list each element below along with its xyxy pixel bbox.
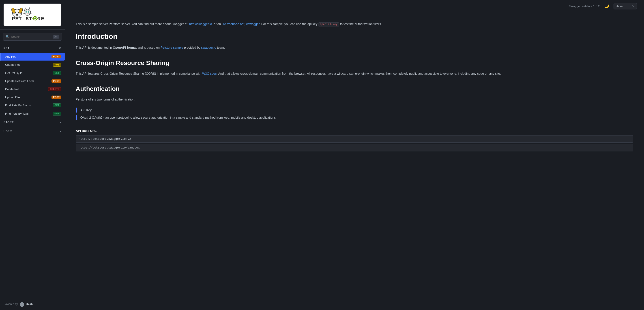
- api-key-note: . For this sample, you can use the api k…: [260, 22, 317, 26]
- provided-by-text: provided by: [184, 46, 200, 49]
- sidebar-item-get-pet-by-id-label: Get Pet By Id: [5, 71, 52, 75]
- sidebar-item-find-pets-by-tags[interactable]: Find Pets By Tags GET: [0, 109, 65, 118]
- nav-section-pet-header[interactable]: PET ∨: [0, 44, 65, 53]
- intro-body-prefix: This API is documented in: [76, 46, 112, 49]
- theme-toggle-button[interactable]: 🌙: [603, 3, 610, 10]
- logo-box: PET ST RE: [4, 4, 61, 26]
- api-base-url-1: https://petstore.swagger.io/v2: [76, 135, 633, 143]
- auth-oauth2-label: OAuth2 OAuth2 - an open protocol to allo…: [80, 115, 276, 120]
- liblab-circle-icon: ⬤: [20, 301, 24, 307]
- petstore-logo: PET ST RE: [8, 5, 57, 23]
- sidebar-item-find-pets-by-status[interactable]: Find Pets By Status GET: [0, 101, 65, 109]
- svg-text:PET: PET: [12, 16, 22, 21]
- api-base-url-section: API Base URL https://petstore.swagger.io…: [76, 129, 633, 151]
- auth-list: ▌ API Key ▌ OAuth2 OAuth2 - an open prot…: [76, 108, 633, 120]
- sidebar-item-update-pet-with-form[interactable]: Update Pet With Form POST: [0, 77, 65, 85]
- svg-text:RE: RE: [38, 16, 44, 21]
- auth-item-apikey: ▌ API Key: [76, 108, 633, 113]
- section-introduction: Introduction This API is documented in O…: [76, 32, 633, 51]
- w3c-spec-link[interactable]: W3C spec: [202, 72, 217, 75]
- auth-bullet-apikey: ▌: [76, 108, 78, 113]
- introduction-body: This API is documented in OpenAPI format…: [76, 45, 633, 51]
- nav-section-store: STORE ›: [0, 118, 65, 127]
- auth-bullet-oauth2: ▌: [76, 115, 78, 120]
- svg-point-5: [16, 14, 18, 15]
- cors-heading: Cross-Origin Resource Sharing: [76, 59, 633, 67]
- swagger-io-link[interactable]: http://swagger.io: [189, 22, 212, 26]
- update-pet-with-form-method-badge: POST: [52, 79, 61, 83]
- section-authentication: Authentication Petstore offers two forms…: [76, 85, 633, 120]
- nav-section-user-header[interactable]: USER ›: [0, 127, 65, 136]
- sidebar-item-update-pet-label: Update Pet: [5, 63, 53, 66]
- svg-point-3: [15, 12, 16, 14]
- irc-freenode-link[interactable]: irc.freenode.net, #swagger: [222, 22, 260, 26]
- chevron-down-icon: ∨: [59, 46, 61, 50]
- nav-section-pet: PET ∨ Add Pet POST Update Pet PUT Get Pe…: [0, 44, 65, 118]
- team-text: team.: [217, 46, 225, 49]
- sidebar-item-delete-pet-label: Delete Pet: [5, 87, 48, 91]
- chevron-right-icon-user: ›: [60, 129, 61, 133]
- svg-marker-8: [28, 8, 30, 10]
- svg-rect-20: [35, 16, 36, 17]
- auth-apikey-label: API Key: [80, 108, 92, 113]
- intro-body-middle: and is based on: [138, 46, 160, 49]
- introduction-heading: Introduction: [76, 32, 633, 41]
- nav-section-store-header[interactable]: STORE ›: [0, 118, 65, 127]
- liblab-logo: ⬤ liblab: [20, 301, 32, 307]
- svg-point-9: [25, 11, 27, 13]
- upload-file-method-badge: POST: [52, 96, 61, 99]
- delete-pet-method-badge: DELETE: [48, 87, 61, 91]
- authentication-intro: Petstore offers two forms of authenticat…: [76, 97, 633, 102]
- search-shortcut: ⌘K: [53, 35, 59, 39]
- language-selector-wrapper: Java Python JavaScript TypeScript Go C#: [614, 3, 637, 10]
- svg-point-10: [28, 11, 29, 13]
- sidebar-item-add-pet[interactable]: Add Pet POST: [0, 53, 65, 61]
- intro-or-on: or on: [214, 22, 221, 26]
- sidebar-item-find-pets-by-tags-label: Find Pets By Tags: [5, 112, 52, 115]
- svg-rect-21: [35, 20, 36, 21]
- petstore-sample-link[interactable]: Petstore sample: [160, 46, 183, 49]
- version-label: Swagger Petstore 1.0.2: [569, 5, 600, 8]
- language-select[interactable]: Java Python JavaScript TypeScript Go C#: [614, 3, 637, 10]
- content-area: This is a sample server Petstore server.…: [76, 7, 633, 151]
- sidebar: PET ST RE 🔍 ⌘K PET ∨: [0, 0, 65, 310]
- sidebar-item-update-pet[interactable]: Update Pet PUT: [0, 61, 65, 69]
- sidebar-item-delete-pet[interactable]: Delete Pet DELETE: [0, 85, 65, 93]
- sidebar-item-upload-file[interactable]: Upload File POST: [0, 93, 65, 101]
- search-icon: 🔍: [6, 35, 10, 39]
- authentication-heading: Authentication: [76, 85, 633, 92]
- api-base-url-2: https://petstore.swagger.io/sandbox: [76, 144, 633, 151]
- sidebar-footer: Powered by ⬤ liblab: [0, 298, 65, 310]
- find-pets-by-tags-method-badge: GET: [52, 112, 61, 115]
- add-pet-method-badge: POST: [52, 55, 61, 58]
- api-base-label: API Base URL: [76, 129, 633, 132]
- svg-point-4: [18, 12, 19, 14]
- svg-point-19: [34, 18, 36, 19]
- svg-rect-22: [32, 18, 33, 19]
- search-input[interactable]: [11, 35, 51, 38]
- nav-section-pet-items: Add Pet POST Update Pet PUT Get Pet By I…: [0, 53, 65, 118]
- openapi-format-bold: OpenAPI format: [113, 46, 137, 49]
- nav-section-user-label: USER: [4, 130, 12, 133]
- auth-item-oauth2: ▌ OAuth2 OAuth2 - an open protocol to al…: [76, 115, 633, 120]
- svg-marker-7: [24, 8, 27, 10]
- cors-body: This API features Cross-Origin Resource …: [76, 71, 633, 76]
- main-content: This is a sample server Petstore server.…: [65, 0, 644, 310]
- top-bar: Swagger Petstore 1.0.2 🌙 Java Python Jav…: [65, 0, 644, 12]
- sidebar-item-add-pet-label: Add Pet: [5, 55, 52, 58]
- get-pet-method-badge: GET: [52, 71, 61, 75]
- nav-section-pet-label: PET: [4, 47, 10, 50]
- powered-by-text: Powered by: [4, 302, 18, 306]
- sidebar-item-get-pet-by-id[interactable]: Get Pet By Id GET: [0, 69, 65, 77]
- search-bar[interactable]: 🔍 ⌘K: [3, 33, 62, 41]
- cors-body-text: This API features Cross-Origin Resource …: [76, 72, 201, 75]
- section-cors: Cross-Origin Resource Sharing This API f…: [76, 59, 633, 76]
- cors-body2-text: . And that allows cross-domain communica…: [216, 72, 501, 75]
- swagger-io-intro-link[interactable]: swagger.io: [201, 46, 216, 49]
- filter-note: to test the authorization filters.: [340, 22, 382, 26]
- nav-section-store-label: STORE: [4, 121, 14, 124]
- nav-section-user: USER ›: [0, 127, 65, 136]
- sidebar-item-upload-file-label: Upload File: [5, 96, 52, 99]
- liblab-brand-name: liblab: [26, 302, 32, 306]
- find-pets-by-status-method-badge: GET: [52, 103, 61, 107]
